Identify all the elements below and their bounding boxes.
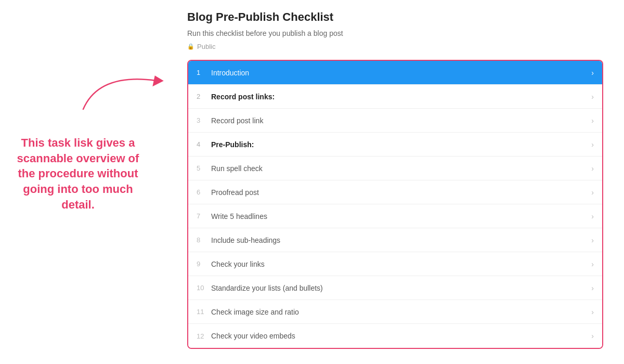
- checklist-container: 1Introduction›2Record post links:›3Recor…: [187, 60, 603, 349]
- item-label: Standardize your lists (and bullets): [211, 284, 591, 292]
- item-label: Check image size and ratio: [211, 308, 591, 316]
- item-label: Check your links: [211, 260, 591, 268]
- item-number: 4: [197, 140, 211, 148]
- chevron-right-icon: ›: [591, 260, 594, 268]
- arrow-decoration: [68, 52, 172, 120]
- chevron-right-icon: ›: [591, 236, 594, 244]
- checklist-item[interactable]: 2Record post links:›: [188, 85, 602, 109]
- checklist-item[interactable]: 7Write 5 headlines›: [188, 204, 602, 228]
- annotation-text: This task lisk gives a scannable overvie…: [16, 135, 140, 212]
- page-subtitle: Run this checklist before you publish a …: [187, 29, 603, 37]
- item-number: 2: [197, 93, 211, 100]
- item-label: Pre-Publish:: [211, 140, 591, 149]
- item-number: 10: [197, 284, 211, 292]
- checklist-item[interactable]: 10Standardize your lists (and bullets)›: [188, 276, 602, 300]
- item-number: 3: [197, 116, 211, 124]
- checklist-item[interactable]: 4Pre-Publish:›: [188, 133, 602, 157]
- item-label: Record post links:: [211, 93, 591, 101]
- chevron-right-icon: ›: [591, 93, 594, 101]
- lock-icon: 🔒: [187, 43, 194, 50]
- item-number: 9: [197, 260, 211, 268]
- item-label: Record post link: [211, 116, 591, 125]
- checklist-item[interactable]: 12Check your video embeds›: [188, 324, 602, 348]
- chevron-right-icon: ›: [591, 188, 594, 197]
- left-panel: This task lisk gives a scannable overvie…: [0, 0, 177, 364]
- chevron-right-icon: ›: [591, 284, 594, 292]
- item-number: 1: [197, 69, 211, 76]
- item-label: Write 5 headlines: [211, 212, 591, 220]
- right-panel: Blog Pre-Publish Checklist Run this chec…: [177, 0, 624, 364]
- chevron-right-icon: ›: [591, 212, 594, 220]
- chevron-right-icon: ›: [591, 308, 594, 316]
- item-label: Introduction: [211, 69, 591, 77]
- item-number: 7: [197, 212, 211, 220]
- item-number: 12: [197, 332, 211, 340]
- chevron-right-icon: ›: [591, 332, 594, 340]
- checklist-item[interactable]: 9Check your links›: [188, 252, 602, 276]
- checklist-item[interactable]: 6Proofread post›: [188, 180, 602, 204]
- chevron-right-icon: ›: [591, 140, 594, 149]
- chevron-right-icon: ›: [591, 116, 594, 125]
- chevron-right-icon: ›: [591, 69, 594, 77]
- item-label: Check your video embeds: [211, 332, 591, 340]
- public-badge: 🔒 Public: [187, 43, 603, 50]
- checklist-item[interactable]: 11Check image size and ratio›: [188, 300, 602, 324]
- visibility-label: Public: [197, 43, 215, 50]
- item-number: 8: [197, 236, 211, 244]
- checklist-item[interactable]: 3Record post link›: [188, 109, 602, 133]
- item-number: 11: [197, 308, 211, 316]
- checklist-item[interactable]: 1Introduction›: [188, 61, 602, 85]
- page-container: This task lisk gives a scannable overvie…: [0, 0, 624, 364]
- item-label: Run spell check: [211, 164, 591, 173]
- item-number: 5: [197, 164, 211, 172]
- item-number: 6: [197, 188, 211, 196]
- item-label: Proofread post: [211, 188, 591, 197]
- chevron-right-icon: ›: [591, 164, 594, 173]
- page-title: Blog Pre-Publish Checklist: [187, 10, 603, 24]
- checklist-item[interactable]: 8Include sub-headings›: [188, 228, 602, 252]
- item-label: Include sub-headings: [211, 236, 591, 244]
- checklist-item[interactable]: 5Run spell check›: [188, 157, 602, 180]
